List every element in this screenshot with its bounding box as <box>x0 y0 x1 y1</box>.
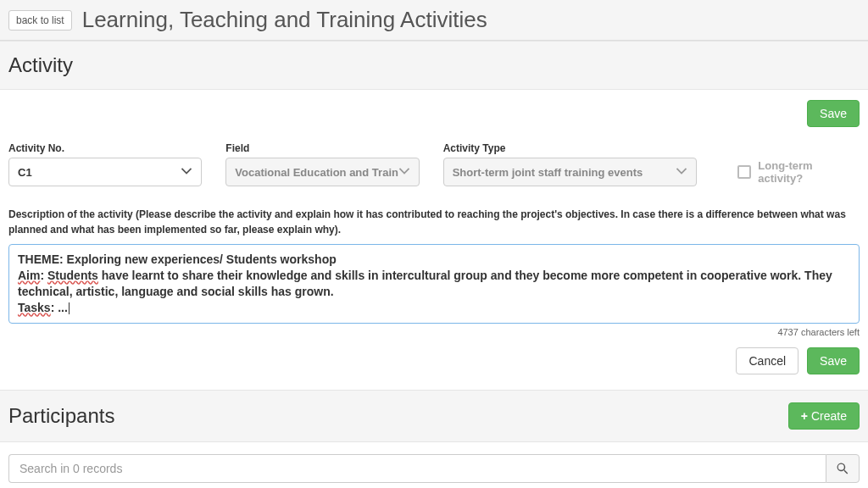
participants-section-header: Participants +Create <box>0 390 868 442</box>
participants-search-button[interactable] <box>826 454 860 483</box>
activity-type-label: Activity Type <box>443 142 698 154</box>
create-label: Create <box>811 409 847 423</box>
header-bar: back to list Learning, Teaching and Trai… <box>0 0 868 41</box>
save-button-bottom[interactable]: Save <box>807 347 860 374</box>
search-icon <box>837 463 849 474</box>
cancel-button[interactable]: Cancel <box>736 347 798 374</box>
chevron-down-icon <box>181 166 192 178</box>
back-to-list-button[interactable]: back to list <box>8 10 72 30</box>
activity-no-value: C1 <box>18 166 32 179</box>
chevron-down-icon <box>676 166 687 178</box>
activity-section-title: Activity <box>8 53 73 77</box>
long-term-checkbox[interactable] <box>737 165 751 179</box>
activity-content: Save Activity No. C1 Field Vocational Ed… <box>0 90 868 390</box>
participants-section-title: Participants <box>8 404 114 428</box>
activity-type-value: Short-term joint staff training events <box>453 166 643 179</box>
participants-search-input[interactable] <box>8 454 826 483</box>
create-participant-button[interactable]: +Create <box>788 402 860 430</box>
desc-aim-students: Students <box>47 269 98 282</box>
description-textarea[interactable]: THEME: Exploring new experiences/ Studen… <box>8 244 860 324</box>
field-select: Vocational Education and Train <box>225 158 419 186</box>
desc-aim-body: have learnt to share their knowledge and… <box>18 269 832 298</box>
long-term-label: Long-term activity? <box>758 159 860 185</box>
long-term-field: Long-term activity? <box>737 158 860 186</box>
page-title: Learning, Teaching and Training Activiti… <box>82 7 487 33</box>
desc-theme: THEME: Exploring new experiences/ Studen… <box>18 252 337 266</box>
plus-icon: + <box>801 409 808 423</box>
field-label: Field <box>225 142 419 154</box>
activity-type-select: Short-term joint staff training events <box>443 158 698 186</box>
activity-section-header: Activity <box>0 41 868 90</box>
chevron-down-icon <box>398 166 410 178</box>
activity-no-label: Activity No. <box>8 142 202 154</box>
description-label: Description of the activity (Please desc… <box>8 207 860 237</box>
desc-aim-sep: : <box>40 269 47 282</box>
text-cursor <box>69 302 70 314</box>
save-button-top[interactable]: Save <box>807 100 860 127</box>
desc-tasks-label: Tasks <box>18 301 51 314</box>
participants-search-row <box>0 442 868 488</box>
activity-form-row: Activity No. C1 Field Vocational Educati… <box>8 142 860 186</box>
desc-aim-label: Aim <box>18 269 40 282</box>
desc-tasks-body: : ... <box>51 301 68 314</box>
activity-no-select[interactable]: C1 <box>8 158 202 186</box>
description-char-count: 4737 characters left <box>8 327 860 337</box>
field-value: Vocational Education and Train <box>235 166 398 179</box>
